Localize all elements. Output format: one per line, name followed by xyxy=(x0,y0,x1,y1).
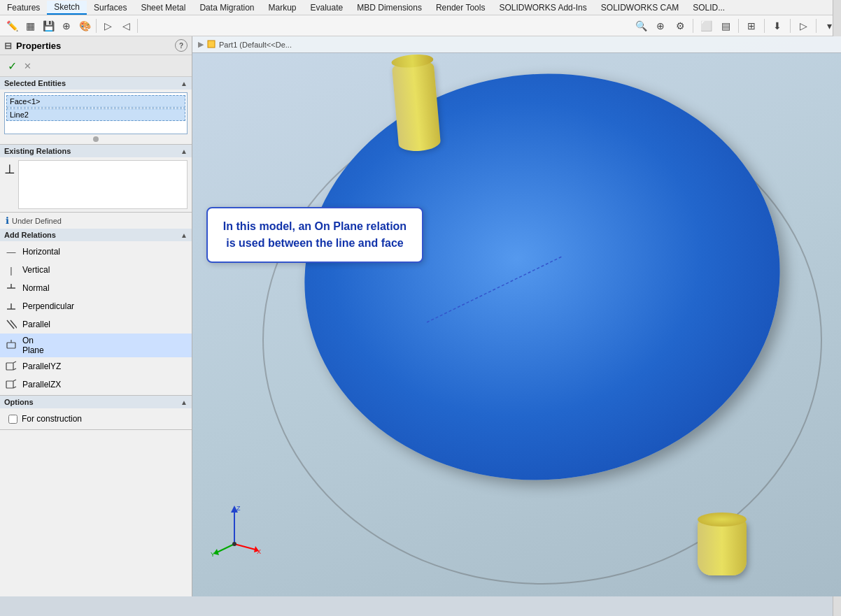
menu-sketch[interactable]: Sketch xyxy=(47,1,87,15)
confirm-button[interactable]: ✓ xyxy=(4,58,20,73)
svg-line-13 xyxy=(13,387,16,388)
cylinder-top xyxy=(391,59,441,153)
existing-relations-body: ⊥ xyxy=(0,157,192,212)
svg-line-9 xyxy=(13,361,16,363)
parallelzx-icon xyxy=(4,378,18,392)
relations-list[interactable] xyxy=(18,160,188,209)
coordinate-indicator: Z X Y xyxy=(206,502,262,558)
toolbar-more-btn[interactable]: ▷ xyxy=(795,17,812,34)
parallelyz-label: ParallelYZ xyxy=(22,361,61,371)
menu-render[interactable]: Render Tools xyxy=(429,1,493,14)
svg-rect-6 xyxy=(7,343,15,348)
cylinder-bottom xyxy=(698,520,747,575)
relation-on-plane[interactable]: OnPlane xyxy=(0,334,192,357)
properties-title: Properties xyxy=(16,41,61,51)
parallelzx-label: ParallelZX xyxy=(22,380,61,389)
toolbar-save-btn[interactable]: 💾 xyxy=(40,17,57,34)
svg-rect-8 xyxy=(6,363,13,370)
status-text: Under Defined xyxy=(12,217,62,225)
toolbar-sep-3 xyxy=(693,19,693,33)
perpendicular-label: Perpendicular xyxy=(22,301,74,311)
menu-solid-extra[interactable]: SOLID... xyxy=(686,1,732,14)
menu-features[interactable]: Features xyxy=(0,1,47,14)
toolbar-color-btn[interactable]: 🎨 xyxy=(76,17,93,34)
menu-cam[interactable]: SOLIDWORKS CAM xyxy=(594,1,686,14)
entity-item-face[interactable]: Face<1> xyxy=(6,95,185,108)
breadcrumb-bar: ▶ Part1 (Default<<De... xyxy=(192,36,841,53)
toolbar-sep-2 xyxy=(137,19,138,33)
existing-relations-header[interactable]: Existing Relations ▲ xyxy=(0,145,192,157)
menu-bar: Features Sketch Surfaces Sheet Metal Dat… xyxy=(0,0,841,15)
existing-relations-chevron: ▲ xyxy=(181,148,188,155)
on-plane-label: OnPlane xyxy=(22,336,44,355)
tooltip-text: In this model, an On Plane relation is u… xyxy=(223,220,407,249)
toolbar-row-1: ✏️ ▦ 💾 ⊕ 🎨 ▷ ◁ 🔍 ⊕ ⚙ ⬜ ▤ ⊞ ⬇ ▷ ▾ xyxy=(0,15,841,36)
relation-parallelzx[interactable]: ParallelZX xyxy=(0,375,192,394)
toolbar-sep-4 xyxy=(738,19,739,33)
left-panel: ⊟ Properties ? ✓ ✕ Selected Entities ▲ F… xyxy=(0,36,192,596)
svg-rect-11 xyxy=(6,381,13,388)
toolbar-zoom-btn[interactable]: ⊕ xyxy=(652,17,669,34)
for-construction-label: For construction xyxy=(22,414,82,424)
add-relations-body: — Horizontal | Vertical Normal xyxy=(0,241,192,395)
existing-relations-title: Existing Relations xyxy=(4,147,71,155)
relation-horizontal[interactable]: — Horizontal xyxy=(0,243,192,261)
toolbar-sep-1 xyxy=(96,19,97,33)
toolbar-arrow-btn[interactable]: ▷ xyxy=(99,17,116,34)
viewport[interactable]: ▶ Part1 (Default<<De... xyxy=(192,36,841,596)
options-header[interactable]: Options ▲ xyxy=(0,396,192,408)
menu-addins[interactable]: SOLIDWORKS Add-Ins xyxy=(492,1,593,14)
cancel-button[interactable]: ✕ xyxy=(20,58,35,73)
svg-line-5 xyxy=(10,320,17,329)
menu-evaluate[interactable]: Evaluate xyxy=(304,1,351,14)
parallelyz-icon xyxy=(4,359,18,373)
normal-icon xyxy=(4,281,18,295)
status-row: ℹ Under Defined xyxy=(0,213,192,229)
add-relations-header[interactable]: Add Relations ▲ xyxy=(0,229,192,241)
svg-line-10 xyxy=(13,368,16,370)
help-button[interactable]: ? xyxy=(175,39,188,52)
toolbar-arrow-back-btn[interactable]: ◁ xyxy=(118,17,134,34)
svg-line-31 xyxy=(234,544,255,550)
breadcrumb-text: Part1 (Default<<De... xyxy=(219,41,292,49)
face-ellipse[interactable] xyxy=(288,54,797,499)
relation-normal[interactable]: Normal xyxy=(0,279,192,297)
menu-sheet-metal[interactable]: Sheet Metal xyxy=(134,1,192,14)
entity-item-line[interactable]: Line2 xyxy=(6,108,185,121)
toolbar-down-btn[interactable]: ⬇ xyxy=(769,17,786,34)
relation-parallel[interactable]: Parallel xyxy=(0,315,192,334)
menu-surfaces[interactable]: Surfaces xyxy=(87,1,134,14)
perpendicular-icon xyxy=(4,299,18,313)
toolbar-search-btn[interactable]: 🔍 xyxy=(632,17,649,34)
horizontal-label: Horizontal xyxy=(22,247,60,257)
on-plane-icon xyxy=(4,338,18,352)
info-icon: ℹ xyxy=(6,215,9,226)
options-chevron: ▲ xyxy=(181,399,188,406)
relation-perpendicular[interactable]: Perpendicular xyxy=(0,297,192,315)
part-icon xyxy=(206,39,216,50)
toolbar-target-btn[interactable]: ⊕ xyxy=(58,17,75,34)
svg-text:Z: Z xyxy=(236,505,241,512)
menu-markup[interactable]: Markup xyxy=(262,1,304,14)
toolbar-sep-5 xyxy=(764,19,765,33)
toolbar-grid2-btn[interactable]: ▤ xyxy=(717,17,734,34)
relation-parallelyz[interactable]: ParallelYZ xyxy=(0,357,192,375)
options-section: Options ▲ For construction xyxy=(0,396,192,430)
svg-line-12 xyxy=(13,380,16,381)
menu-data-migration[interactable]: Data Migration xyxy=(192,1,261,14)
toolbar-sketch-btn[interactable]: ✏️ xyxy=(3,17,20,34)
toolbar-sep-7 xyxy=(816,19,817,33)
toolbar-grid-btn[interactable]: ▦ xyxy=(22,17,38,34)
for-construction-checkbox[interactable] xyxy=(8,415,17,424)
menu-mbd[interactable]: MBD Dimensions xyxy=(350,1,429,14)
svg-line-34 xyxy=(217,544,234,552)
relation-vertical[interactable]: | Vertical xyxy=(0,261,192,279)
selected-entities-chevron: ▲ xyxy=(181,80,188,87)
options-body: For construction xyxy=(0,408,192,429)
selected-entities-section: Selected Entities ▲ Face<1> Line2 xyxy=(0,77,192,145)
toolbar-filter-btn[interactable]: ⚙ xyxy=(672,17,688,34)
selected-entities-header[interactable]: Selected Entities ▲ xyxy=(0,77,192,89)
toolbar-view-btn[interactable]: ⬜ xyxy=(698,17,714,34)
toolbar-layout-btn[interactable]: ⊞ xyxy=(743,17,760,34)
entity-list[interactable]: Face<1> Line2 xyxy=(4,92,188,134)
